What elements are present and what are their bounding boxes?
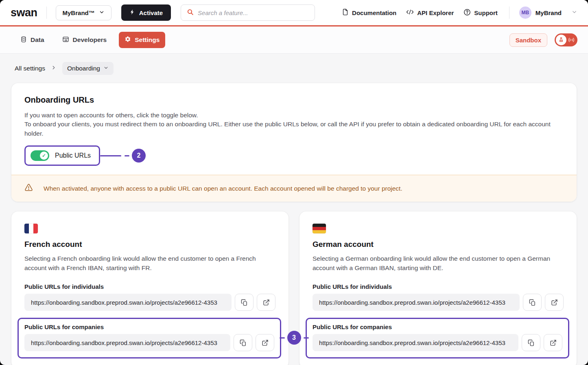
- external-link-icon: [262, 339, 269, 346]
- nav-support-label: Support: [474, 9, 498, 16]
- external-link-icon: [263, 299, 270, 306]
- feature-search[interactable]: [181, 4, 315, 21]
- open-url-button[interactable]: [256, 334, 274, 351]
- german-companies-label: Public URLs for companies: [313, 323, 562, 330]
- chevron-down-icon: [571, 9, 577, 17]
- search-icon: [187, 9, 194, 17]
- toggle-label: Public URLs: [55, 152, 91, 159]
- search-input[interactable]: [198, 9, 309, 16]
- french-individuals-url-input[interactable]: [24, 294, 232, 311]
- german-individuals-url-input[interactable]: [313, 294, 520, 311]
- nav-documentation[interactable]: Documentation: [337, 5, 401, 20]
- warning-text: When activated, anyone with access to a …: [44, 185, 402, 192]
- environment-toggle[interactable]: [555, 33, 577, 46]
- live-signal-icon: [566, 37, 576, 43]
- database-icon: [20, 36, 27, 44]
- german-account-title: German account: [313, 240, 564, 249]
- nav-api-explorer-label: API Explorer: [417, 9, 454, 16]
- breadcrumb-current-label: Onboarding: [67, 65, 100, 72]
- tab-bar: Data Developers Settings Sandbox: [0, 25, 588, 54]
- french-account-title: French account: [24, 240, 275, 249]
- copy-icon: [240, 339, 247, 346]
- help-icon: [463, 9, 471, 17]
- nav-support[interactable]: Support: [459, 5, 503, 20]
- account-menu[interactable]: MB MyBrand: [519, 7, 577, 19]
- tab-settings[interactable]: Settings: [119, 32, 165, 48]
- copy-url-button[interactable]: [234, 334, 252, 351]
- tab-developers-label: Developers: [73, 36, 107, 44]
- copy-icon: [529, 299, 536, 306]
- german-individuals-label: Public URLs for individuals: [313, 283, 564, 290]
- step-badge-3: 3: [287, 331, 301, 345]
- nav-api-explorer[interactable]: API Explorer: [401, 6, 459, 20]
- copy-icon: [241, 299, 248, 306]
- app-window: swan MyBrand™ Activate Docum: [0, 0, 588, 365]
- chevron-down-icon: [99, 9, 105, 16]
- tab-developers[interactable]: Developers: [57, 32, 113, 48]
- step-badge-2: 2: [132, 149, 146, 163]
- breadcrumb-all-settings[interactable]: All settings: [15, 65, 45, 72]
- activate-label: Activate: [139, 9, 163, 16]
- description-line-1: If you want to open accounts for others,…: [24, 111, 564, 120]
- nav-documentation-label: Documentation: [352, 9, 396, 16]
- description-line-2: To onboard your clients, you must redire…: [24, 120, 564, 138]
- account-name: MyBrand: [536, 9, 562, 16]
- project-selector-label: MyBrand™: [63, 9, 95, 16]
- external-link-icon: [551, 299, 558, 306]
- breadcrumb-current-dropdown[interactable]: Onboarding: [62, 62, 114, 75]
- account-cards-row: French account Selecting a French onboar…: [11, 211, 577, 365]
- document-icon: [342, 9, 349, 17]
- german-account-card: German account Selecting a German onboar…: [299, 211, 577, 365]
- warning-icon: [24, 183, 33, 193]
- dev-window-icon: [62, 36, 69, 44]
- flask-icon: [556, 35, 566, 45]
- france-flag-icon: [24, 224, 38, 233]
- copy-icon: [528, 339, 535, 346]
- german-companies-url-input[interactable]: [313, 334, 518, 351]
- open-url-button[interactable]: [545, 294, 564, 311]
- public-urls-toggle[interactable]: ✓: [31, 150, 49, 161]
- header-divider: [46, 7, 47, 19]
- gear-icon: [125, 36, 131, 44]
- step-connector-dash: [280, 337, 285, 339]
- french-companies-label: Public URLs for companies: [24, 323, 274, 330]
- tab-settings-label: Settings: [135, 36, 160, 44]
- german-account-description: Selecting a German onboarding link would…: [313, 254, 564, 273]
- project-selector[interactable]: MyBrand™: [56, 5, 111, 20]
- french-companies-url-input[interactable]: [24, 334, 230, 351]
- copy-url-button[interactable]: [235, 294, 254, 311]
- header-right: Documentation API Explorer Support MB My…: [337, 5, 577, 20]
- chevron-right-icon: [51, 65, 57, 72]
- external-link-icon: [550, 339, 557, 346]
- activate-button[interactable]: Activate: [121, 4, 171, 21]
- copy-url-button[interactable]: [522, 334, 540, 351]
- tab-data[interactable]: Data: [15, 32, 50, 48]
- header-divider-2: [509, 7, 509, 19]
- top-header: swan MyBrand™ Activate Docum: [0, 0, 588, 25]
- sandbox-badge[interactable]: Sandbox: [509, 33, 547, 47]
- french-companies-highlight: Public URLs for companies: [17, 318, 281, 358]
- french-account-description: Selecting a French onboarding link would…: [24, 254, 275, 273]
- lightning-icon: [129, 9, 136, 16]
- check-icon: ✓: [40, 152, 48, 160]
- german-companies-highlight: Public URLs for companies: [306, 318, 569, 358]
- open-url-button[interactable]: [544, 334, 562, 351]
- page-title: Onboarding URLs: [24, 95, 564, 105]
- french-individuals-label: Public URLs for individuals: [24, 283, 275, 290]
- warning-banner: When activated, anyone with access to a …: [11, 175, 577, 202]
- chevron-down-icon: [103, 65, 109, 72]
- swan-logo: swan: [11, 7, 37, 19]
- code-icon: [406, 9, 414, 16]
- copy-url-button[interactable]: [523, 294, 542, 311]
- tab-data-label: Data: [31, 36, 44, 44]
- open-url-button[interactable]: [257, 294, 275, 311]
- french-account-card: French account Selecting a French onboar…: [11, 211, 289, 365]
- germany-flag-icon: [313, 224, 326, 233]
- public-urls-toggle-highlight: ✓ Public URLs: [24, 145, 100, 166]
- main-content: Onboarding URLs If you want to open acco…: [0, 81, 588, 365]
- breadcrumb: All settings Onboarding: [0, 54, 588, 81]
- onboarding-urls-card: Onboarding URLs If you want to open acco…: [11, 83, 577, 202]
- step-connector-dash: [304, 337, 309, 339]
- step-connector-line: [100, 155, 121, 156]
- step-3-connector: 3: [280, 331, 309, 345]
